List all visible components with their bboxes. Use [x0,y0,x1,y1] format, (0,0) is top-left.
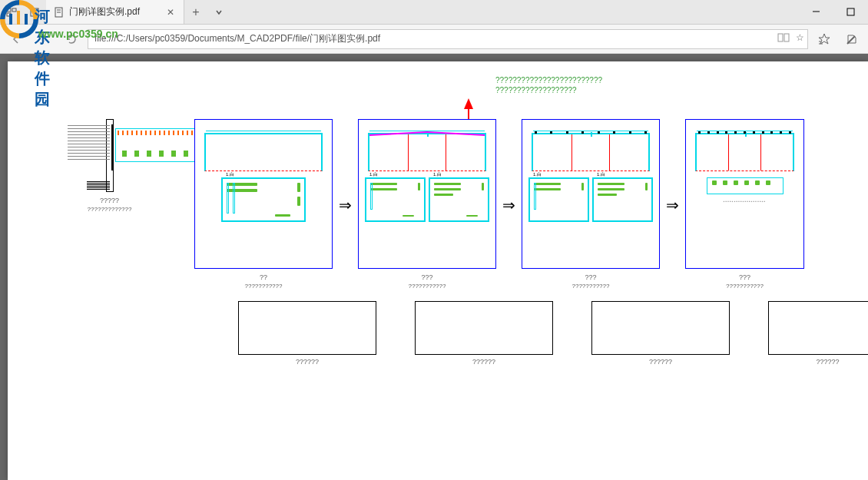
svg-rect-3 [7,8,11,12]
new-tab-button[interactable]: + [184,5,207,19]
diagram-caption: ?? [260,273,267,281]
tab-preview-icon[interactable] [0,7,23,18]
svg-marker-17 [464,98,473,109]
back-button[interactable] [5,28,28,51]
diagram-subcaption: ??????????? [572,283,610,290]
maximize-button[interactable] [833,0,868,25]
favorite-star-icon[interactable]: ☆ [796,32,804,45]
diagram-subcaption: ????????????? [88,206,132,213]
url-input[interactable]: file:///C:/Users/pc0359/Documents/M_CAD2… [88,29,808,49]
box-caption: ?????? [472,358,495,366]
svg-rect-6 [31,8,38,16]
minimize-button[interactable] [799,0,833,25]
addressbar: file:///C:/Users/pc0359/Documents/M_CAD2… [0,25,868,54]
pdf-page: ????????????????????????? ??????????????… [8,61,868,480]
titlebar: 门刚详图实例.pdf ✕ + [0,0,868,25]
diagrams-row: ????? ????????????? 1.白 [31,119,845,290]
step-diagram-4: ▪▪▪▪▪▪▪▪▪▪▪▪▪▪▪▪▪▪▪▪ ??? ??????????? [685,119,804,290]
step-diagram-3: 1.白 1.白 [522,119,660,290]
tab-back-icon[interactable] [23,7,46,18]
step-diagram-1: 1.白 ?? ??????????? [194,119,333,290]
arrow-separator-icon: ⇒ [666,196,679,214]
arrow-separator-icon: ⇒ [502,196,515,214]
pdf-icon [54,7,65,18]
diagram-subcaption: ??????????? [726,283,764,290]
placeholder-box-4: ?????? [768,301,868,366]
pdf-viewport[interactable]: ????????????????????????? ??????????????… [0,54,868,480]
bottom-boxes-row: ?????? ?????? ?????? ?????? [238,301,845,366]
arrow-separator-icon: ⇒ [339,196,352,214]
svg-rect-5 [7,13,11,16]
diagram-caption: ????? [100,197,119,204]
diagram-caption: ??? [421,273,432,281]
favorites-icon[interactable] [813,28,836,51]
diagram-subcaption: ??????????? [409,283,446,290]
tab-chevron-icon[interactable] [207,8,230,17]
svg-rect-12 [778,34,783,41]
notes-icon[interactable] [840,28,863,51]
window-controls [799,0,868,25]
box-caption: ?????? [296,358,319,366]
url-text: file:///C:/Users/pc0359/Documents/M_CAD2… [94,32,380,45]
reading-view-icon[interactable] [777,32,790,45]
svg-rect-4 [12,8,16,12]
tab-title: 门刚详图实例.pdf [69,5,140,18]
diagram-subcaption: ??????????? [245,283,283,290]
step-diagram-2: 1.白 1.白 [358,119,496,290]
overview-diagram: ????? ????????????? [31,119,188,213]
browser-tab[interactable]: 门刚详图实例.pdf ✕ [46,0,184,24]
placeholder-box-2: ?????? [415,301,553,366]
refresh-button[interactable] [60,28,83,51]
svg-rect-13 [784,34,789,41]
placeholder-box-1: ?????? [238,301,376,366]
svg-rect-11 [847,8,854,15]
forward-button[interactable] [32,28,55,51]
box-caption: ?????? [649,358,672,366]
diagram-caption: ??? [739,273,750,281]
tab-close-button[interactable]: ✕ [165,7,176,18]
box-caption: ?????? [816,358,839,366]
diagram-caption: ??? [585,273,596,281]
placeholder-box-3: ?????? [591,301,730,366]
page-watermark-text: ????????????????????????? ??????????????… [495,75,602,95]
tab-strip: 门刚详图实例.pdf ✕ + [0,0,799,24]
